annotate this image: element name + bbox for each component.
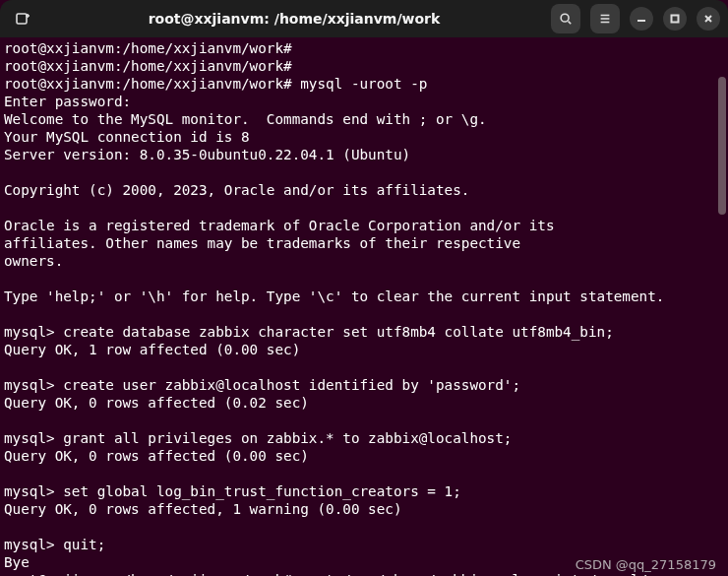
svg-point-3 <box>561 14 569 22</box>
scrollbar-thumb[interactable] <box>718 77 726 215</box>
menu-button[interactable] <box>590 4 620 33</box>
new-tab-icon <box>15 11 30 27</box>
titlebar-right-controls <box>551 4 720 33</box>
new-tab-button[interactable] <box>8 4 37 33</box>
search-icon <box>559 12 573 26</box>
window-titlebar: root@xxjianvm: /home/xxjianvm/work <box>0 0 728 37</box>
titlebar-left-controls <box>8 4 37 33</box>
close-icon <box>702 13 714 25</box>
svg-rect-0 <box>17 14 27 24</box>
window-title: root@xxjianvm: /home/xxjianvm/work <box>43 11 545 27</box>
svg-rect-9 <box>672 16 679 23</box>
hamburger-icon <box>598 12 612 26</box>
search-button[interactable] <box>551 4 580 33</box>
maximize-icon <box>669 13 681 25</box>
close-button[interactable] <box>697 7 720 31</box>
maximize-button[interactable] <box>663 7 687 31</box>
terminal-output: root@xxjianvm:/home/xxjianvm/work# root@… <box>4 39 724 576</box>
minimize-icon <box>636 13 647 25</box>
minimize-button[interactable] <box>630 7 653 31</box>
terminal-body[interactable]: root@xxjianvm:/home/xxjianvm/work# root@… <box>0 37 728 576</box>
watermark-text: CSDN @qq_27158179 <box>576 557 716 572</box>
svg-line-4 <box>569 22 572 25</box>
